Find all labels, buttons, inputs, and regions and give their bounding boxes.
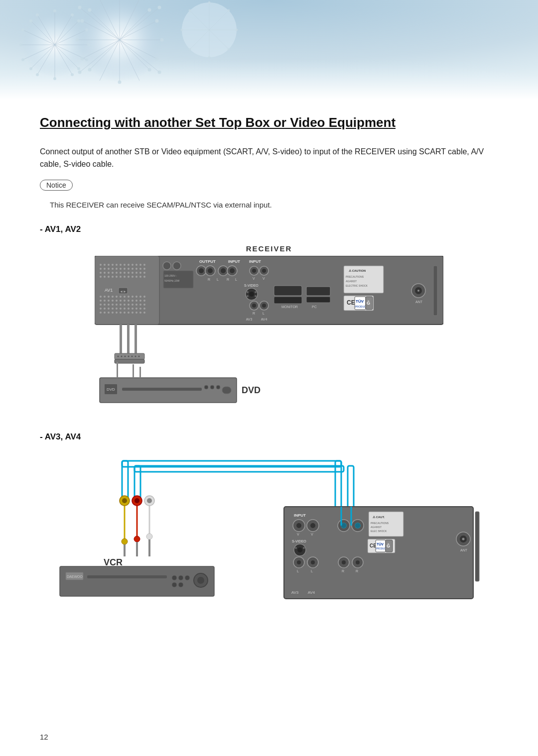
svg-text:L: L [235, 278, 237, 281]
svg-text:AV3: AV3 [291, 590, 299, 595]
svg-point-107 [108, 268, 110, 270]
svg-point-311 [147, 498, 152, 503]
svg-point-207 [163, 262, 171, 270]
section-av1-av2-label: - AV1, AV2 [40, 224, 498, 234]
svg-point-214 [208, 268, 213, 273]
main-content: Connecting with another Set Top Box or V… [0, 100, 538, 638]
svg-text:ANT: ANT [415, 300, 423, 304]
svg-point-277 [128, 356, 130, 357]
svg-point-28 [36, 13, 39, 16]
svg-point-25 [77, 67, 80, 70]
svg-point-322 [172, 582, 177, 587]
svg-text:Ğ: Ğ [367, 300, 370, 306]
svg-rect-291 [133, 364, 134, 378]
svg-point-336 [297, 547, 302, 552]
svg-point-164 [132, 300, 134, 302]
svg-point-302 [122, 539, 128, 544]
svg-point-102 [135, 264, 137, 266]
svg-point-377 [355, 523, 361, 529]
svg-rect-268 [120, 324, 122, 354]
svg-point-331 [310, 523, 315, 528]
svg-text:V: V [253, 277, 255, 280]
svg-text:DVD: DVD [107, 387, 115, 392]
svg-point-265 [417, 290, 419, 292]
svg-point-186 [124, 308, 126, 310]
svg-point-116 [143, 268, 145, 270]
svg-rect-285 [204, 385, 208, 389]
svg-point-21 [53, 77, 56, 80]
svg-point-100 [128, 264, 130, 266]
svg-text:PC: PC [312, 305, 317, 309]
svg-point-82 [208, 1, 211, 4]
svg-point-30 [71, 13, 74, 16]
section-av3-av4-label: - AV3, AV4 [40, 432, 498, 442]
svg-point-144 [100, 296, 102, 298]
header-image [0, 0, 538, 100]
svg-rect-288 [222, 387, 231, 394]
svg-text:ELECTRIC SHOCK: ELECTRIC SHOCK [346, 284, 368, 287]
svg-rect-362 [376, 540, 386, 552]
svg-point-72 [78, 71, 82, 74]
svg-rect-246 [274, 297, 302, 304]
svg-point-179 [143, 304, 145, 306]
svg-text:AV3: AV3 [246, 318, 253, 321]
svg-text:50/60Hz,10W: 50/60Hz,10W [164, 279, 180, 282]
svg-rect-290 [117, 362, 118, 378]
svg-point-154 [139, 296, 141, 298]
svg-text:TÜV: TÜV [377, 542, 384, 546]
svg-point-119 [108, 272, 110, 274]
svg-point-147 [112, 296, 114, 298]
svg-point-197 [120, 312, 122, 314]
svg-point-338 [303, 547, 305, 549]
svg-point-88 [228, 9, 230, 12]
svg-point-275 [121, 356, 123, 357]
svg-point-61 [88, 8, 92, 12]
svg-point-120 [112, 272, 114, 274]
svg-point-185 [120, 308, 122, 310]
svg-point-190 [139, 308, 141, 310]
svg-point-307 [134, 536, 140, 542]
svg-rect-318 [87, 575, 167, 578]
svg-point-27 [29, 67, 32, 70]
svg-point-276 [125, 356, 126, 357]
svg-point-155 [143, 296, 145, 298]
svg-point-178 [139, 304, 141, 306]
svg-text:INPUT: INPUT [249, 259, 261, 264]
svg-text:R: R [227, 278, 229, 281]
svg-point-323 [178, 582, 183, 587]
svg-text:S-VIDEO: S-VIDEO [292, 540, 306, 543]
svg-rect-271 [115, 353, 144, 359]
svg-point-156 [100, 300, 102, 302]
svg-point-274 [118, 356, 119, 357]
svg-point-196 [116, 312, 118, 314]
svg-point-125 [132, 272, 134, 274]
svg-point-136 [128, 276, 130, 278]
svg-point-128 [143, 272, 145, 274]
svg-point-95 [108, 264, 110, 266]
svg-rect-315 [60, 566, 214, 596]
svg-point-163 [128, 300, 130, 302]
svg-point-118 [104, 272, 106, 274]
svg-point-329 [296, 523, 301, 528]
svg-point-109 [116, 268, 118, 270]
svg-rect-272 [115, 359, 144, 363]
svg-text:100-250V~: 100-250V~ [164, 274, 177, 277]
svg-point-115 [139, 268, 141, 270]
svg-text:L: L [297, 569, 299, 573]
svg-point-63 [148, 8, 151, 12]
svg-point-153 [135, 296, 137, 298]
svg-point-146 [108, 296, 110, 298]
svg-point-200 [132, 312, 134, 314]
svg-text:ANT: ANT [460, 548, 468, 552]
svg-point-60 [160, 38, 164, 42]
svg-point-64 [88, 68, 92, 72]
svg-point-69 [78, 6, 82, 9]
svg-point-86 [189, 9, 191, 12]
svg-point-337 [295, 547, 297, 549]
svg-text:V: V [263, 277, 265, 280]
receiver-label: RECEIVER [40, 244, 498, 253]
av3-av4-diagram: VCR DAEWOO INPUT [40, 452, 498, 608]
svg-point-195 [112, 312, 114, 314]
svg-point-325 [197, 577, 204, 584]
svg-text:L: L [311, 569, 313, 573]
